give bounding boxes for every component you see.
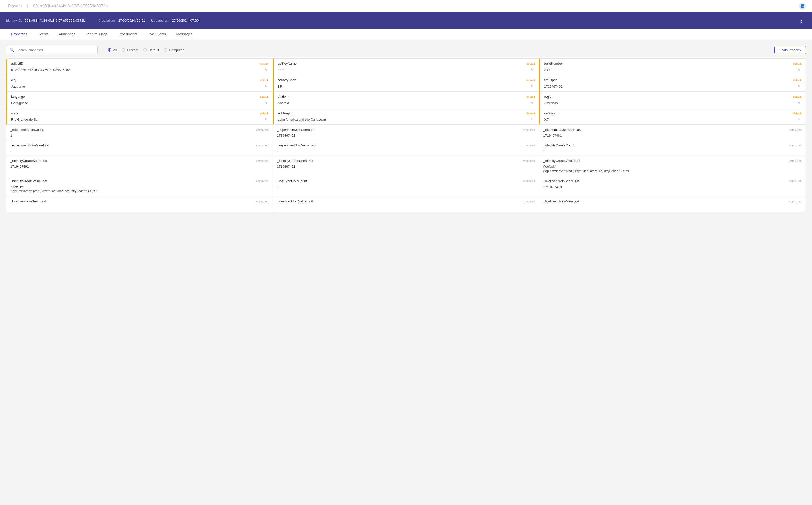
property-experimentjoinseenlast-header: _experimentJoinSeenLast computed [543, 128, 802, 132]
edit-region-button[interactable]: ✎ [797, 101, 802, 106]
created-on: Created on: 27/06/2024, 06:51 [98, 19, 145, 22]
filter-all[interactable]: All [108, 48, 117, 52]
property-version-row: 0.7 ✎ [544, 117, 802, 122]
search-icon: 🔍 [10, 48, 14, 52]
add-property-button[interactable]: + Add Property [774, 46, 806, 54]
tab-messages[interactable]: Messages [171, 28, 198, 40]
property-experimentjoinvaluefirst-type: computed [256, 144, 268, 147]
property-experimentjoinseenfirst: _experimentJoinSeenFirst computed 171946… [273, 125, 539, 140]
property-experimentjoinvaluelast-header: _experimentJoinValueLast computed [277, 143, 535, 147]
search-input[interactable] [16, 48, 94, 52]
edit-adjustid-button[interactable]: ✎ [264, 67, 269, 72]
edit-countrycode-button[interactable]: ✎ [530, 84, 535, 89]
property-liveeventjoinseenlast-header: _liveEventJoinSeenLast computed [10, 199, 269, 203]
filter-default[interactable]: Default [143, 48, 159, 52]
identity-id-value[interactable]: 001a083f-4a34-4fa8-9f67-e55559a3372b [25, 19, 85, 22]
property-subregion-row: Latin America and the Caribbean ✎ [278, 117, 535, 122]
property-experimentjoincount-value: 1 [10, 134, 230, 138]
app-name: Players [8, 4, 22, 8]
edit-platform-button[interactable]: ✎ [530, 101, 535, 106]
property-experimentjoincount-type: computed [256, 128, 268, 131]
identity-info: Identity ID: 001a083f-4a34-4fa8-9f67-e55… [6, 19, 198, 22]
property-identitycreateseenlast-header: _identityCreateSeenLast computed [277, 159, 535, 163]
property-language-row: Portuguese ✎ [11, 101, 269, 106]
property-identitycreatevaluelast-value: {"default":{"apiKeyName":"prod","city":"… [10, 185, 230, 194]
property-subregion-value: Latin America and the Caribbean [278, 118, 496, 122]
property-identitycreateseenlast-type: computed [523, 159, 535, 162]
property-version-name: version [544, 111, 555, 115]
property-state: state default Rio Grande do Sul ✎ [6, 108, 273, 125]
property-apikeyname: apiKeyName default prod ✎ [273, 58, 539, 75]
updated-label: Updated on: [151, 19, 169, 22]
created-value: 27/06/2024, 06:51 [118, 19, 145, 22]
property-firstopen: firstOpen default 1719467461 ✎ [539, 75, 806, 92]
property-buildnumber-header: buildNumber default [544, 61, 802, 65]
property-adjustid-type: custom [260, 62, 268, 65]
property-region: region default Americas ✎ [539, 92, 806, 108]
property-experimentjoinseenfirst-header: _experimentJoinSeenFirst computed [277, 128, 535, 132]
property-countrycode: countryCode default BR ✎ [273, 75, 539, 92]
property-experimentjoincount-row: 1 [10, 134, 269, 138]
tab-feature-flags[interactable]: Feature Flags [80, 28, 113, 40]
property-identitycreatevaluefirst-value: {"default":{"apiKeyName":"prod","city":"… [543, 165, 763, 173]
property-region-type: default [793, 95, 802, 98]
edit-buildnumber-button[interactable]: ✎ [797, 67, 802, 72]
property-adjustid-row: 0128032eae161d3374697ca0295a62a2 ✎ [11, 67, 269, 72]
toolbar: 🔍 All Custom Default Computed + Add Prop… [6, 45, 806, 54]
property-identitycreatecount-name: _identityCreateCount [543, 143, 574, 147]
property-liveeventjoinseenfirst-value: 1719467473 [543, 185, 763, 189]
property-liveeventjoinseenlast-row [10, 205, 269, 209]
tab-events[interactable]: Events [33, 28, 54, 40]
updated-on: Updated on: 27/06/2024, 07:00 [151, 19, 199, 22]
tab-live-events[interactable]: Live Events [143, 28, 171, 40]
property-buildnumber-value: 230 [544, 68, 763, 72]
property-subregion: subRegion default Latin America and the … [273, 108, 539, 125]
property-state-row: Rio Grande do Sul ✎ [11, 117, 269, 122]
tab-properties[interactable]: Properties [6, 28, 33, 40]
edit-apikeyname-button[interactable]: ✎ [530, 67, 535, 72]
property-identitycreatecount-row: 1 [543, 149, 802, 153]
identity-banner: Identity ID: 001a083f-4a34-4fa8-9f67-e55… [0, 12, 812, 28]
identity-menu-button[interactable]: ⋮ [797, 16, 806, 24]
property-buildnumber-row: 230 ✎ [544, 67, 802, 72]
edit-language-button[interactable]: ✎ [264, 101, 269, 106]
property-identitycreateseenlast-value: 1719467461 [277, 165, 496, 169]
radio-computed [164, 48, 167, 52]
search-box: 🔍 [6, 45, 98, 54]
property-liveeventjoinseenfirst-header: _liveEventJoinSeenFirst computed [543, 179, 802, 183]
edit-firstopen-button[interactable]: ✎ [797, 84, 802, 89]
property-liveeventjoinvaluefirst-name: _liveEventJoinValueFirst [277, 199, 313, 203]
property-liveeventjoinvaluelast-header: _liveEventJoinValueLast computed [543, 199, 802, 203]
property-liveeventjoinvaluefirst-type: computed [523, 200, 535, 203]
filter-custom[interactable]: Custom [122, 48, 138, 52]
filter-computed[interactable]: Computed [164, 48, 184, 52]
property-identitycreatevaluelast-row: {"default":{"apiKeyName":"prod","city":"… [10, 185, 269, 194]
property-platform-value: Android [278, 101, 496, 105]
edit-city-button[interactable]: ✎ [264, 84, 269, 89]
tab-audiences[interactable]: Audiences [54, 28, 80, 40]
property-platform-header: platform default [278, 95, 535, 99]
property-liveeventjoinvaluelast: _liveEventJoinValueLast computed [539, 196, 806, 212]
tab-experiments[interactable]: Experiments [113, 28, 143, 40]
property-identitycreateseenfirst-header: _identityCreateSeenFirst computed [10, 159, 269, 163]
property-identitycreatevaluefirst-name: _identityCreateValueFirst [543, 159, 580, 163]
filter-all-label: All [113, 48, 117, 52]
user-icon[interactable]: 👤 [799, 3, 806, 10]
edit-state-button[interactable]: ✎ [264, 117, 269, 122]
property-language: language default Portuguese ✎ [6, 92, 273, 108]
property-identitycreateseenfirst: _identityCreateSeenFirst computed 171946… [6, 156, 273, 176]
property-firstopen-name: firstOpen [544, 78, 557, 82]
property-buildnumber: buildNumber default 230 ✎ [539, 58, 806, 75]
property-identitycreateseenlast-row: 1719467461 [277, 165, 535, 169]
properties-grid: adjustID custom 0128032eae161d3374697ca0… [6, 58, 806, 212]
property-state-value: Rio Grande do Sul [11, 118, 230, 122]
property-experimentjoinvaluefirst-row: - [10, 149, 269, 153]
property-liveeventjoinseenlast-name: _liveEventJoinSeenLast [10, 199, 46, 203]
edit-version-button[interactable]: ✎ [797, 117, 802, 122]
property-identitycreateseenfirst-type: computed [256, 159, 268, 162]
page-title: Players | 001a083f-4a34-4fa8-9f67-e55559… [6, 4, 110, 8]
property-experimentjoinvaluelast-value: - [277, 149, 496, 153]
property-firstopen-value: 1719467461 [544, 85, 763, 88]
property-experimentjoinseenlast: _experimentJoinSeenLast computed 1719467… [539, 125, 806, 140]
edit-subregion-button[interactable]: ✎ [530, 117, 535, 122]
